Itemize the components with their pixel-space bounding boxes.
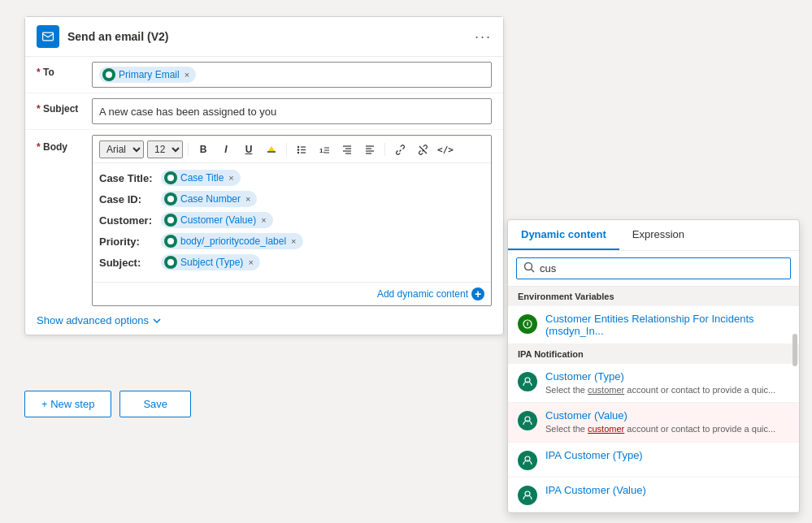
new-step-button[interactable]: + New step xyxy=(24,391,111,417)
case-number-icon xyxy=(164,192,177,205)
customer-value-token-label: Customer (Value) xyxy=(180,214,256,226)
svg-point-2 xyxy=(297,146,299,148)
card-menu-button[interactable]: ··· xyxy=(475,28,492,45)
toolbar-sep-1 xyxy=(188,143,189,156)
panel-item-icon-customer-value xyxy=(518,411,537,430)
body-field-priority: Priority: body/_prioritycode_label × xyxy=(99,233,484,249)
code-button[interactable]: </> xyxy=(436,140,455,159)
add-dynamic-label: Add dynamic content xyxy=(377,288,468,300)
subject-type-token[interactable]: Subject (Type) × xyxy=(161,254,260,270)
body-field-customer: Customer: Customer (Value) × xyxy=(99,212,484,228)
toolbar-sep-2 xyxy=(286,143,287,156)
case-number-token[interactable]: Case Number × xyxy=(161,191,257,207)
panel-item-customer-type[interactable]: Customer (Type) Select the customer acco… xyxy=(508,364,799,403)
svg-point-21 xyxy=(167,175,174,181)
search-input[interactable] xyxy=(540,262,784,274)
tab-expression[interactable]: Expression xyxy=(619,220,697,250)
add-dynamic-icon: + xyxy=(471,287,484,300)
priority-icon xyxy=(164,235,177,248)
link-button[interactable] xyxy=(390,140,410,159)
panel-item-title-customer-type: Customer (Type) xyxy=(545,370,789,383)
body-field-case-title: Case Title: Case Title × xyxy=(99,170,484,186)
case-number-remove[interactable]: × xyxy=(245,194,250,204)
subject-value: A new case has been assigned to you xyxy=(99,106,276,118)
highlight-button[interactable] xyxy=(262,140,281,159)
panel-item-content-0: Customer Entities Relationship For Incid… xyxy=(545,313,789,337)
body-content[interactable]: Case Title: Case Title × Case ID: xyxy=(93,163,491,282)
case-title-token-label: Case Title xyxy=(180,172,224,184)
panel-item-content-ipa-customer-type: IPA Customer (Type) xyxy=(545,449,789,461)
body-field-case-id: Case ID: Case Number × xyxy=(99,191,484,207)
token-icon xyxy=(102,68,115,81)
to-row: * To Primary Email × xyxy=(25,57,503,93)
save-button[interactable]: Save xyxy=(119,391,191,417)
panel-search-container xyxy=(508,251,799,287)
svg-point-26 xyxy=(525,263,532,270)
outlook-icon xyxy=(37,25,59,48)
tab-dynamic-content[interactable]: Dynamic content xyxy=(508,220,619,250)
svg-rect-0 xyxy=(43,32,54,41)
body-field-subject: Subject: Subject (Type) × xyxy=(99,254,484,270)
customer-value-remove[interactable]: × xyxy=(261,215,266,225)
env-section-label: Environment Variables xyxy=(508,287,799,306)
panel-item-content-customer-type: Customer (Type) Select the customer acco… xyxy=(545,370,789,395)
panel-scrollbar[interactable] xyxy=(792,334,797,366)
panel-item-ipa-customer-type[interactable]: IPA Customer (Type) xyxy=(508,443,799,478)
case-title-icon xyxy=(164,171,177,184)
panel-item-title-ipa-customer-type: IPA Customer (Type) xyxy=(545,449,789,461)
to-label: * To xyxy=(37,62,92,78)
svg-line-20 xyxy=(419,146,427,153)
panel-item-icon-0 xyxy=(518,314,537,334)
add-dynamic-link[interactable]: Add dynamic content + xyxy=(377,287,484,300)
priority-label: Priority: xyxy=(99,236,156,248)
italic-button[interactable]: I xyxy=(216,140,236,159)
svg-point-25 xyxy=(167,259,174,266)
show-advanced-options[interactable]: Show advanced options xyxy=(25,306,503,335)
show-advanced-label: Show advanced options xyxy=(37,314,149,326)
list-bullet-button[interactable] xyxy=(292,140,311,159)
underline-button[interactable]: U xyxy=(239,140,258,159)
bold-button[interactable]: B xyxy=(193,140,213,159)
panel-item-customer-value[interactable]: Customer (Value) Select the customer acc… xyxy=(508,403,799,442)
bottom-actions: + New step Save xyxy=(24,391,191,417)
to-field[interactable]: Primary Email × xyxy=(92,62,492,88)
customer-value-token[interactable]: Customer (Value) × xyxy=(161,212,273,228)
card-header: Send an email (V2) ··· xyxy=(25,17,503,57)
case-title-token[interactable]: Case Title × xyxy=(161,170,241,186)
search-box xyxy=(516,257,791,279)
panel-tabs: Dynamic content Expression xyxy=(508,220,799,251)
subject-field-label: Subject: xyxy=(99,257,156,269)
customer-label: Customer: xyxy=(99,214,156,227)
subject-field[interactable]: A new case has been assigned to you xyxy=(92,98,492,124)
subject-row: * Subject A new case has been assigned t… xyxy=(25,93,503,130)
customer-value-icon xyxy=(164,214,177,227)
panel-item-title-0: Customer Entities Relationship For Incid… xyxy=(545,313,789,337)
token-remove[interactable]: × xyxy=(185,70,189,80)
subject-type-remove[interactable]: × xyxy=(248,257,253,267)
panel-item-desc-customer-value: Select the customer account or contact t… xyxy=(545,423,789,434)
subject-label: * Subject xyxy=(37,98,92,115)
email-card: Send an email (V2) ··· * To Primary Emai… xyxy=(24,16,504,335)
unlink-button[interactable] xyxy=(413,140,432,159)
panel-item-0[interactable]: Customer Entities Relationship For Incid… xyxy=(508,306,799,344)
font-family-select[interactable]: Arial xyxy=(99,140,144,158)
svg-point-4 xyxy=(297,149,299,150)
font-size-select[interactable]: 12 xyxy=(147,140,183,158)
indent-button[interactable] xyxy=(337,140,357,159)
case-title-remove[interactable]: × xyxy=(228,173,233,183)
panel-item-title-ipa-customer-value: IPA Customer (Value) xyxy=(545,484,789,496)
panel-item-content-ipa-customer-value: IPA Customer (Value) xyxy=(545,484,789,496)
panel-item-content-customer-value: Customer (Value) Select the customer acc… xyxy=(545,409,789,434)
svg-point-1 xyxy=(106,71,112,78)
priority-remove[interactable]: × xyxy=(291,236,296,246)
toolbar-sep-3 xyxy=(384,143,385,156)
svg-point-23 xyxy=(167,217,174,223)
panel-item-icon-ipa-customer-type xyxy=(518,451,537,470)
primary-email-token[interactable]: Primary Email × xyxy=(99,67,196,83)
panel-item-ipa-customer-value[interactable]: IPA Customer (Value) xyxy=(508,478,799,512)
priority-token[interactable]: body/_prioritycode_label × xyxy=(161,233,303,249)
list-numbered-button[interactable]: 1. xyxy=(315,140,334,159)
body-label: * Body xyxy=(37,135,92,153)
outdent-button[interactable] xyxy=(360,140,380,159)
add-dynamic-container: Add dynamic content + xyxy=(93,282,491,305)
